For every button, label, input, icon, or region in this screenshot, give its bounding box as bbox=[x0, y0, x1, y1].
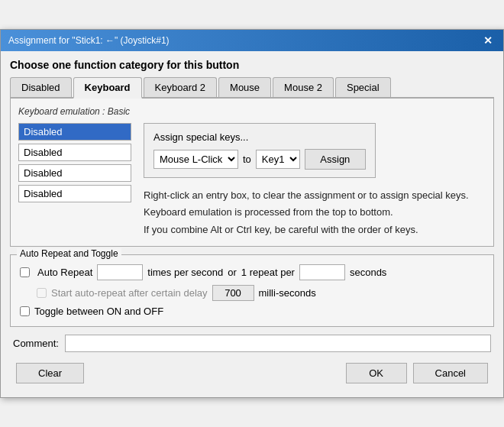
delay-value-input[interactable] bbox=[212, 285, 254, 301]
seconds-input[interactable] bbox=[299, 264, 345, 280]
repeat-per-label: 1 repeat per bbox=[241, 267, 295, 278]
milli-seconds-label: milli-seconds bbox=[259, 287, 316, 299]
assign-button[interactable]: Assign bbox=[305, 149, 366, 170]
seconds-label: seconds bbox=[350, 267, 386, 278]
times-per-second-input[interactable] bbox=[97, 264, 143, 280]
auto-repeat-checkbox[interactable] bbox=[20, 267, 30, 277]
tab-special[interactable]: Special bbox=[335, 77, 391, 97]
key-item-2[interactable]: Disabled bbox=[18, 144, 131, 161]
info-line-3: If you combine Alt or Ctrl key, be caref… bbox=[144, 222, 486, 238]
info-text: Right-click an entry box, to clear the a… bbox=[144, 187, 486, 238]
info-line-1: Right-click an entry box, to clear the a… bbox=[144, 187, 486, 204]
main-window: Assignment for "Stick1: ←" (Joystick#1) … bbox=[0, 29, 504, 397]
repeat-group-label: Auto Repeat and Toggle bbox=[17, 248, 121, 259]
tab-keyboard[interactable]: Keyboard bbox=[73, 77, 142, 99]
main-title: Choose one function category for this bu… bbox=[10, 59, 494, 71]
toggle-label: Toggle between ON and OFF bbox=[34, 306, 163, 317]
toggle-row: Toggle between ON and OFF bbox=[20, 306, 484, 317]
assign-special-row: Mouse L-Click to Key1 Assign bbox=[153, 149, 366, 170]
key-item-4[interactable]: Disabled bbox=[18, 185, 131, 202]
close-button[interactable]: ✕ bbox=[480, 34, 496, 47]
assign-special-box: Assign special keys... Mouse L-Click to … bbox=[144, 123, 376, 178]
or-label: or bbox=[228, 267, 237, 278]
to-label: to bbox=[243, 154, 251, 165]
content-area: Choose one function category for this bu… bbox=[1, 51, 503, 396]
bottom-buttons: Clear OK Cancel bbox=[10, 360, 494, 390]
key-item-3[interactable]: Disabled bbox=[18, 164, 131, 182]
tab-mouse2[interactable]: Mouse 2 bbox=[273, 77, 334, 97]
keyboard-basic-content: Disabled Disabled Disabled Disabled Assi… bbox=[18, 123, 486, 238]
ok-button[interactable]: OK bbox=[346, 363, 407, 383]
keyboard-basic-section: Keyboard emulation : Basic Disabled Disa… bbox=[10, 99, 494, 246]
tab-disabled[interactable]: Disabled bbox=[10, 77, 72, 97]
key-list: Disabled Disabled Disabled Disabled bbox=[18, 123, 131, 238]
dest-key-select[interactable]: Key1 bbox=[256, 150, 300, 169]
delay-label: Start auto-repeat after certain delay bbox=[51, 287, 208, 299]
title-bar: Assignment for "Stick1: ←" (Joystick#1) … bbox=[1, 30, 503, 51]
window-title: Assignment for "Stick1: ←" (Joystick#1) bbox=[8, 35, 170, 46]
tab-mouse[interactable]: Mouse bbox=[218, 77, 271, 97]
assign-special-title: Assign special keys... bbox=[153, 131, 366, 143]
cancel-button[interactable]: Cancel bbox=[413, 363, 488, 383]
source-key-select[interactable]: Mouse L-Click bbox=[153, 150, 238, 169]
tab-keyboard2[interactable]: Keyboard 2 bbox=[144, 77, 218, 97]
auto-repeat-label: Auto Repeat bbox=[37, 267, 92, 278]
delay-row: Start auto-repeat after certain delay mi… bbox=[37, 285, 484, 301]
auto-repeat-group: Auto Repeat and Toggle Auto Repeat times… bbox=[10, 254, 494, 327]
comment-row: Comment: bbox=[10, 335, 494, 352]
bottom-right-buttons: OK Cancel bbox=[346, 363, 488, 383]
comment-label: Comment: bbox=[13, 338, 59, 349]
times-per-second-label: times per second bbox=[147, 267, 223, 278]
assign-special-area: Assign special keys... Mouse L-Click to … bbox=[144, 123, 486, 238]
clear-button[interactable]: Clear bbox=[16, 363, 84, 383]
comment-input[interactable] bbox=[65, 335, 491, 352]
auto-repeat-row: Auto Repeat times per second or 1 repeat… bbox=[20, 264, 484, 280]
section-label: Keyboard emulation : Basic bbox=[18, 106, 486, 117]
toggle-checkbox[interactable] bbox=[20, 306, 30, 316]
info-line-2: Keyboard emulation is processed from the… bbox=[144, 204, 486, 221]
key-item-1[interactable]: Disabled bbox=[18, 123, 131, 141]
tab-bar: Disabled Keyboard Keyboard 2 Mouse Mouse… bbox=[10, 77, 494, 99]
delay-checkbox[interactable] bbox=[37, 288, 47, 298]
